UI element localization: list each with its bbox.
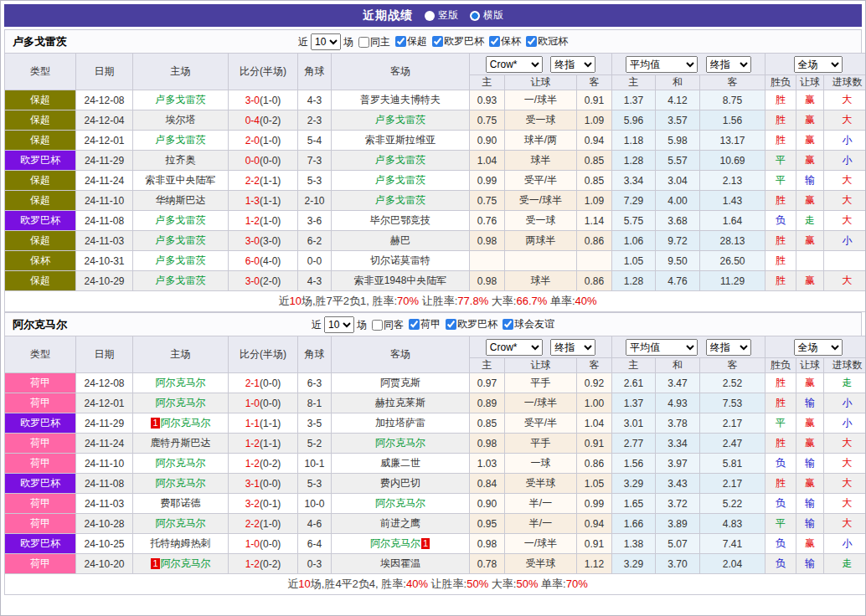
- result-handicap: 赢: [796, 131, 824, 151]
- handicap-home-odds: 0.75: [470, 110, 505, 131]
- avg-home-odds: 2.77: [612, 434, 656, 454]
- result-handicap: 赢: [796, 110, 824, 131]
- league-checkbox[interactable]: [446, 319, 456, 330]
- same-venue-checkbox[interactable]: [358, 37, 369, 48]
- full-match-select[interactable]: 全场: [794, 56, 843, 73]
- cell-text: 2-0: [245, 135, 260, 146]
- average-select[interactable]: 平均值: [626, 339, 698, 356]
- league-filter[interactable]: 欧冠杯: [521, 34, 568, 49]
- league-checkbox[interactable]: [503, 319, 513, 330]
- league-checkbox[interactable]: [489, 36, 500, 47]
- avg-home-odds: 7.29: [612, 191, 656, 211]
- final-index-select[interactable]: 终指: [706, 56, 751, 73]
- page: 近期战绩 竖版 横版 卢多戈雷茨 近 10 场 同主 保超欧罗巴杯保杯欧冠杯: [0, 0, 866, 616]
- final-index-select[interactable]: 终指: [550, 339, 595, 356]
- avg-home-odds: 5.96: [612, 110, 656, 131]
- radio-vertical-layout[interactable]: 竖版: [425, 8, 458, 23]
- avg-away-odds: 2.17: [700, 474, 765, 494]
- cell-text: 切尔诺莫雷特: [370, 254, 430, 266]
- handicap-home-odds: 0.75: [470, 191, 505, 211]
- handicap-line: 半/一: [505, 514, 577, 534]
- cell-text: 卢多戈雷茨: [375, 154, 425, 166]
- cell-text: 阿尔克马尔: [156, 377, 206, 388]
- result-handicap: 赢: [796, 373, 824, 393]
- handicap-home-odds: 0.97: [470, 373, 505, 393]
- league-checkbox[interactable]: [526, 36, 537, 47]
- same-venue-filter[interactable]: 同客: [367, 318, 404, 332]
- match-date: 24-11-29: [76, 151, 133, 171]
- full-match-select[interactable]: 全场: [794, 339, 843, 356]
- final-index-select[interactable]: 终指: [550, 56, 595, 73]
- avg-draw-odds: 5.07: [656, 534, 700, 554]
- cell-text: 3-0: [245, 275, 260, 287]
- handicap-away-odds: 1.09: [577, 110, 612, 131]
- match-date: 24-12-01: [76, 131, 133, 151]
- result-goals: 大: [824, 211, 866, 231]
- score: 1-2(0-2): [229, 454, 298, 474]
- handicap-away-odds: 0.94: [577, 131, 612, 151]
- result-goals: 大: [824, 474, 866, 494]
- match-row: 保超24-11-03卢多戈雷茨3-0(3-0)6-2赫巴0.98两球半0.861…: [5, 231, 866, 251]
- fullmatch-group-header: 全场: [765, 54, 866, 75]
- cell-text: 威廉二世: [380, 457, 420, 469]
- bookmaker-select[interactable]: Crow*: [486, 56, 543, 73]
- result-outcome: 胜: [765, 434, 796, 454]
- handicap-home-odds: 0.76: [470, 211, 505, 231]
- match-date: 24-11-03: [76, 231, 133, 251]
- radio-horizontal-layout[interactable]: 横版: [470, 8, 503, 23]
- handicap-away-odds: 0.91: [577, 534, 612, 554]
- corner-score: 8-1: [298, 393, 332, 413]
- same-venue-checkbox[interactable]: [372, 320, 383, 331]
- cell-text: 费耶诺德: [161, 497, 201, 509]
- match-row: 荷甲24-10-201阿尔克马尔1-2(0-2)0-3埃因霍温0.78受半球1.…: [5, 554, 866, 574]
- match-date: 24-10-28: [76, 514, 133, 534]
- league-filter[interactable]: 球会友谊: [497, 317, 554, 331]
- league-badge: 欧罗巴杯: [5, 534, 76, 554]
- corner-score: 4-3: [298, 271, 332, 291]
- league-filter[interactable]: 荷甲: [404, 317, 441, 331]
- corner-score: 5-3: [298, 171, 332, 191]
- league-filter[interactable]: 欧罗巴杯: [427, 34, 484, 49]
- avg-draw-odds: 3.57: [656, 110, 700, 131]
- league-badge: 保超: [5, 110, 76, 131]
- handicap-away-odds: 0.99: [577, 494, 612, 514]
- cell-text: 毕尔巴鄂竞技: [370, 214, 430, 226]
- section-team-name: 阿尔克马尔: [13, 313, 67, 336]
- match-row: 保超24-11-10华纳斯巴达1-3(1-1)2-10卢多戈雷茨0.75受一/球…: [5, 191, 866, 211]
- same-venue-filter[interactable]: 同主: [353, 35, 390, 49]
- result-goals: 大: [824, 271, 866, 291]
- section-header: 阿尔克马尔 近 10 场 同客 荷甲欧罗巴杯球会友谊: [4, 312, 862, 336]
- average-select[interactable]: 平均值: [626, 56, 698, 73]
- summary-text: 近10场,胜4平2负4, 胜率:40% 让胜率:50% 大率:50% 单率:70…: [5, 574, 866, 595]
- home-team: 阿尔克马尔: [133, 514, 229, 534]
- match-count-select[interactable]: 10: [311, 33, 341, 50]
- corner-score: 10-0: [298, 494, 332, 514]
- result-handicap: 赢: [796, 534, 824, 554]
- bookmaker-select[interactable]: Crow*: [486, 339, 543, 356]
- result-handicap: 赢: [796, 191, 824, 211]
- home-team: 华纳斯巴达: [133, 191, 229, 211]
- league-checkbox[interactable]: [395, 36, 406, 47]
- result-outcome: 胜: [765, 191, 796, 211]
- league-filter[interactable]: 保杯: [484, 34, 521, 49]
- avg-draw-odds: 4.76: [656, 271, 700, 291]
- league-filter[interactable]: 欧罗巴杯: [441, 317, 497, 331]
- cell-text: (1-1): [260, 418, 281, 429]
- league-checkbox[interactable]: [432, 36, 443, 47]
- cell-text: (3-0): [260, 235, 281, 247]
- league-checkbox[interactable]: [409, 319, 420, 330]
- avg-away-odds: 2.04: [700, 554, 765, 574]
- cell-text: 索非亚斯拉维亚: [365, 134, 436, 146]
- cell-text: 3-1: [245, 478, 260, 490]
- summary-label: 场,胜7平2负1, 胜率:: [302, 295, 397, 307]
- result-handicap: 赢: [796, 474, 824, 494]
- cell-text: 1-2: [245, 558, 260, 570]
- league-filter[interactable]: 保超: [390, 34, 427, 49]
- avg-draw-odds: 3.04: [656, 171, 700, 191]
- red-card-badge: 1: [421, 538, 430, 549]
- final-index-select[interactable]: 终指: [706, 339, 751, 356]
- summary-label: 近: [278, 295, 289, 307]
- match-date: 24-10-29: [76, 271, 133, 291]
- match-count-select[interactable]: 10: [324, 316, 354, 333]
- cell-text: (0-0): [260, 478, 281, 490]
